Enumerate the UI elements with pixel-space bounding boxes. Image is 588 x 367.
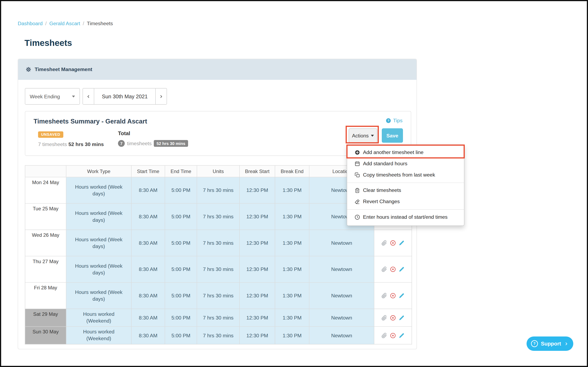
attachment-icon[interactable] [381, 315, 387, 320]
break-start-cell[interactable]: 12:30 PM [240, 327, 275, 344]
break-end-cell[interactable]: 1:30 PM [275, 327, 309, 344]
calendar-icon [355, 161, 360, 167]
delete-row-icon[interactable] [390, 267, 396, 272]
work-type-cell[interactable]: Hours worked (Week days) [66, 283, 132, 309]
units-cell[interactable]: 7 hrs 30 mins [197, 177, 240, 204]
end-time-cell[interactable]: 5:00 PM [165, 230, 197, 256]
next-week-button[interactable] [155, 88, 167, 105]
attachment-icon[interactable] [381, 293, 387, 299]
actions-button[interactable]: Actions [349, 128, 377, 143]
support-button[interactable]: Support [527, 336, 573, 351]
period-type-value: Week Ending [30, 94, 60, 99]
break-end-cell[interactable]: 1:30 PM [275, 177, 309, 204]
edit-row-icon[interactable] [399, 240, 404, 246]
select-caret-icon [72, 95, 75, 97]
menu-item-clear-timesheets[interactable]: Clear timesheets [347, 185, 464, 196]
end-time-cell[interactable]: 5:00 PM [165, 256, 197, 283]
location-cell[interactable]: Newtown [309, 327, 374, 344]
day-cell: Fri 28 May [25, 283, 66, 309]
break-start-cell[interactable]: 12:30 PM [240, 256, 275, 283]
menu-item-label: Revert Changes [363, 198, 400, 206]
units-cell[interactable]: 7 hrs 30 mins [197, 204, 240, 230]
question-circle-icon [531, 340, 538, 348]
work-type-cell[interactable]: Hours worked (Week days) [66, 177, 132, 204]
break-start-cell[interactable]: 12:30 PM [240, 283, 275, 309]
break-start-cell[interactable]: 12:30 PM [240, 204, 275, 230]
work-type-cell[interactable]: Hours worked (Week days) [66, 204, 132, 230]
break-end-cell[interactable]: 1:30 PM [275, 256, 309, 283]
location-cell[interactable]: Newtown [309, 256, 374, 283]
break-end-cell[interactable]: 1:30 PM [275, 230, 309, 256]
start-time-cell[interactable]: 8:30 AM [132, 177, 165, 204]
period-type-select[interactable]: Week Ending [25, 88, 80, 105]
break-start-cell[interactable]: 12:30 PM [240, 177, 275, 204]
work-type-cell[interactable]: Hours worked (Week days) [66, 256, 132, 283]
location-cell[interactable]: Newtown [309, 230, 374, 256]
attachment-icon[interactable] [381, 267, 387, 272]
summary-counts: 7 timesheets52 hrs 30 mins [38, 142, 104, 147]
work-type-cell[interactable]: Hours worked (Weekend) [66, 309, 132, 327]
day-cell: Mon 24 May [25, 177, 66, 204]
attachment-icon[interactable] [381, 240, 387, 246]
break-end-cell[interactable]: 1:30 PM [275, 283, 309, 309]
end-time-cell[interactable]: 5:00 PM [165, 204, 197, 230]
end-time-cell[interactable]: 5:00 PM [165, 327, 197, 344]
breadcrumb-link-dashboard[interactable]: Dashboard [18, 21, 43, 26]
breadcrumb-link-gerald-ascart[interactable]: Gerald Ascart [49, 21, 80, 26]
location-cell[interactable]: Newtown [309, 309, 374, 327]
edit-row-icon[interactable] [399, 315, 404, 320]
delete-row-icon[interactable] [390, 333, 396, 338]
support-label: Support [541, 341, 561, 347]
table-row: Sun 30 May Hours worked (Weekend) 8:30 A… [25, 327, 412, 344]
start-time-cell[interactable]: 8:30 AM [132, 256, 165, 283]
units-cell[interactable]: 7 hrs 30 mins [197, 283, 240, 309]
delete-row-icon[interactable] [390, 240, 396, 246]
attachment-icon[interactable] [381, 333, 387, 338]
column-header-break-start: Break Start [240, 165, 275, 177]
edit-row-icon[interactable] [399, 293, 404, 299]
break-start-cell[interactable]: 12:30 PM [240, 309, 275, 327]
start-time-cell[interactable]: 8:30 AM [132, 283, 165, 309]
chevron-left-icon [86, 94, 91, 99]
menu-item-copy-timesheets-from-last-week[interactable]: Copy timesheets from last week [347, 169, 464, 181]
menu-item-label: Clear timesheets [363, 187, 401, 194]
save-button[interactable]: Save [382, 128, 403, 143]
start-time-cell[interactable]: 8:30 AM [132, 327, 165, 344]
delete-row-icon[interactable] [390, 315, 396, 320]
units-cell[interactable]: 7 hrs 30 mins [197, 256, 240, 283]
week-ending-date[interactable]: Sun 30th May 2021 [94, 88, 155, 105]
chevron-right-icon [564, 341, 569, 346]
total-label: Total [118, 130, 130, 136]
start-time-cell[interactable]: 8:30 AM [132, 204, 165, 230]
question-circle-icon [386, 118, 391, 124]
work-type-cell[interactable]: Hours worked (Weekend) [66, 327, 132, 344]
work-type-cell[interactable]: Hours worked (Week days) [66, 230, 132, 256]
column-header-start-time: Start Time [132, 165, 165, 177]
delete-row-icon[interactable] [390, 293, 396, 299]
units-cell[interactable]: 7 hrs 30 mins [197, 309, 240, 327]
end-time-cell[interactable]: 5:00 PM [165, 309, 197, 327]
break-end-cell[interactable]: 1:30 PM [275, 309, 309, 327]
menu-item-revert-changes[interactable]: Revert Changes [347, 196, 464, 208]
end-time-cell[interactable]: 5:00 PM [165, 177, 197, 204]
menu-item-enter-hours-instead-of-start-end-times[interactable]: Enter hours instead of start/end times [347, 212, 464, 223]
breadcrumb: Dashboard / Gerald Ascart / Timesheets [18, 21, 113, 26]
edit-row-icon[interactable] [399, 267, 404, 272]
app-window: Dashboard / Gerald Ascart / Timesheets T… [0, 0, 588, 367]
tips-link[interactable]: Tips [386, 118, 403, 124]
menu-item-add-another-timesheet-line[interactable]: Add another timesheet line [347, 147, 464, 158]
screenshot-frame: Dashboard / Gerald Ascart / Timesheets T… [0, 0, 588, 367]
start-time-cell[interactable]: 8:30 AM [132, 230, 165, 256]
start-time-cell[interactable]: 8:30 AM [132, 309, 165, 327]
break-start-cell[interactable]: 12:30 PM [240, 230, 275, 256]
row-actions-cell [374, 230, 412, 256]
menu-item-add-standard-hours[interactable]: Add standard hours [347, 158, 464, 169]
location-cell[interactable]: Newtown [309, 283, 374, 309]
units-cell[interactable]: 7 hrs 30 mins [197, 230, 240, 256]
table-row: Fri 28 May Hours worked (Week days) 8:30… [25, 283, 412, 309]
break-end-cell[interactable]: 1:30 PM [275, 204, 309, 230]
prev-week-button[interactable] [83, 88, 94, 105]
units-cell[interactable]: 7 hrs 30 mins [197, 327, 240, 344]
edit-row-icon[interactable] [399, 333, 404, 338]
end-time-cell[interactable]: 5:00 PM [165, 283, 197, 309]
